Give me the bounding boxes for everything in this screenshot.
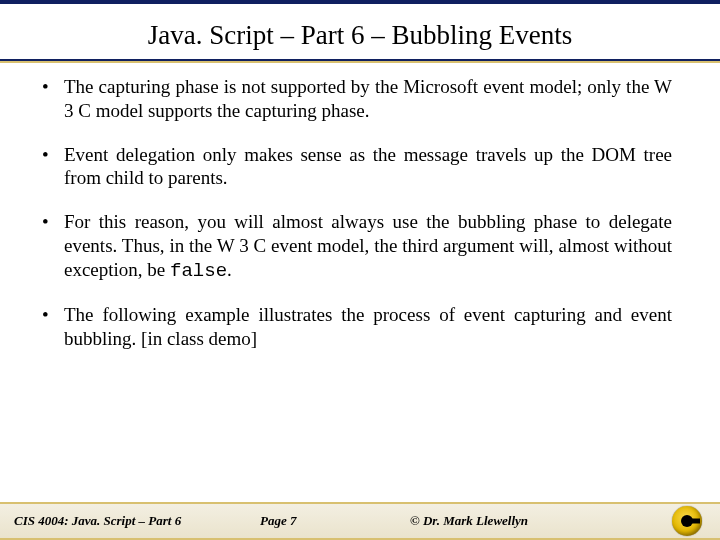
ucf-logo-icon xyxy=(672,506,702,536)
footer: CIS 4004: Java. Script – Part 6 Page 7 ©… xyxy=(0,502,720,538)
footer-page: Page 7 xyxy=(260,513,410,529)
bullet-item: The following example illustrates the pr… xyxy=(36,303,672,351)
bullet-text: . xyxy=(227,259,232,280)
bullet-text: Event delegation only makes sense as the… xyxy=(64,144,672,189)
footer-left: CIS 4004: Java. Script – Part 6 xyxy=(0,513,260,529)
bullet-text: The following example illustrates the pr… xyxy=(64,304,672,349)
slide: Java. Script – Part 6 – Bubbling Events … xyxy=(0,0,720,540)
bullet-text: The capturing phase is not supported by … xyxy=(64,76,672,121)
bullet-item: Event delegation only makes sense as the… xyxy=(36,143,672,191)
footer-author: © Dr. Mark Llewellyn xyxy=(410,513,610,529)
slide-title: Java. Script – Part 6 – Bubbling Events xyxy=(0,4,720,57)
bullet-list: The capturing phase is not supported by … xyxy=(0,61,720,502)
bullet-code: false xyxy=(170,260,227,282)
bullet-item: The capturing phase is not supported by … xyxy=(36,75,672,123)
bullet-item: For this reason, you will almost always … xyxy=(36,210,672,283)
bullet-text: For this reason, you will almost always … xyxy=(64,211,672,280)
